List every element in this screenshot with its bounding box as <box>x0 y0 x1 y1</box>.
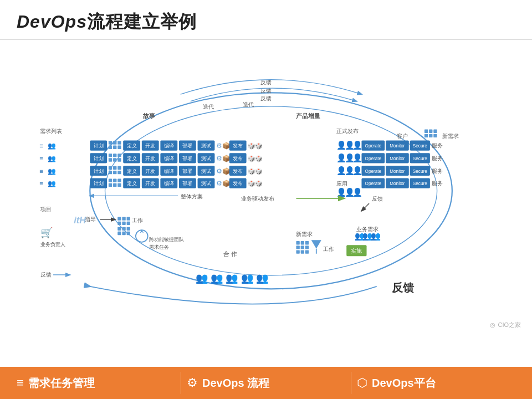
svg-line-168 <box>361 203 369 211</box>
svg-rect-16 <box>109 141 112 144</box>
svg-rect-201 <box>301 245 304 249</box>
svg-text:测试: 测试 <box>201 156 211 161</box>
svg-text:Secure: Secure <box>413 181 427 186</box>
svg-rect-179 <box>127 222 130 225</box>
svg-text:开发: 开发 <box>145 181 155 186</box>
svg-text:测试: 测试 <box>201 168 211 174</box>
svg-text:Operate: Operate <box>365 144 382 149</box>
svg-text:反馈: 反馈 <box>40 272 52 278</box>
footer-section-demand: ≡ 需求任务管理 <box>17 376 175 391</box>
svg-rect-58 <box>109 154 112 157</box>
svg-text:编译: 编译 <box>164 143 174 149</box>
svg-text:👤: 👤 <box>352 187 363 197</box>
svg-text:Secure: Secure <box>413 169 427 174</box>
svg-rect-133 <box>113 183 116 187</box>
svg-text:迭代: 迭代 <box>203 104 214 110</box>
svg-text:👥: 👥 <box>48 155 56 162</box>
svg-text:业务驱动发布: 业务驱动发布 <box>241 196 274 202</box>
svg-text:部署: 部署 <box>182 143 192 149</box>
svg-text:编译: 编译 <box>164 156 174 161</box>
demand-icon: ≡ <box>17 376 24 390</box>
svg-rect-177 <box>117 222 121 225</box>
svg-text:应用: 应用 <box>336 181 347 187</box>
svg-rect-131 <box>113 179 116 182</box>
svg-text:发布: 发布 <box>233 143 243 149</box>
svg-rect-200 <box>296 245 299 249</box>
svg-text:计划: 计划 <box>94 181 104 186</box>
svg-rect-130 <box>109 179 112 182</box>
demand-label: 需求任务管理 <box>28 376 95 391</box>
svg-text:开发: 开发 <box>145 156 155 161</box>
svg-rect-60 <box>109 158 112 161</box>
svg-text:Operate: Operate <box>365 169 382 174</box>
svg-rect-97 <box>113 171 116 174</box>
svg-point-0 <box>90 93 452 289</box>
svg-text:测试: 测试 <box>201 181 211 186</box>
svg-rect-198 <box>301 241 304 244</box>
svg-text:合 作: 合 作 <box>223 250 237 257</box>
svg-text:≡: ≡ <box>40 155 44 162</box>
svg-rect-98 <box>117 166 121 170</box>
svg-text:定义: 定义 <box>127 143 137 149</box>
svg-text:🎲: 🎲 <box>255 167 263 175</box>
svg-rect-135 <box>117 183 121 187</box>
svg-text:Operate: Operate <box>365 181 382 186</box>
title-zh: 流程建立举例 <box>87 12 197 32</box>
svg-text:👥: 👥 <box>211 272 223 284</box>
platform-icon: ⬡ <box>357 376 367 390</box>
svg-rect-44 <box>424 134 428 137</box>
svg-text:测试: 测试 <box>201 143 211 149</box>
svg-text:计划: 计划 <box>94 156 104 161</box>
svg-text:Monitor: Monitor <box>390 156 405 161</box>
header: DevOps流程建立举例 <box>0 0 532 40</box>
svg-text:itH: itH <box>74 215 86 225</box>
svg-text:项目: 项目 <box>40 206 52 212</box>
footer-divider-2 <box>351 372 351 394</box>
svg-text:发布: 发布 <box>233 168 243 174</box>
svg-text:🛒: 🛒 <box>40 227 53 239</box>
svg-rect-174 <box>117 217 121 221</box>
svg-text:服务: 服务 <box>432 142 443 149</box>
svg-rect-18 <box>109 146 112 149</box>
svg-rect-175 <box>122 217 125 221</box>
svg-text:👤: 👤 <box>352 140 363 150</box>
svg-text:Monitor: Monitor <box>390 144 405 149</box>
svg-text:👥: 👥 <box>48 180 56 187</box>
svg-text:开发: 开发 <box>145 143 155 149</box>
svg-text:⚙: ⚙ <box>216 180 222 187</box>
svg-text:指导: 指导 <box>84 216 96 222</box>
svg-text:⚙: ⚙ <box>216 167 222 175</box>
svg-rect-178 <box>122 222 125 225</box>
diagram-svg: 反馈 反馈 反馈 迭代 迭代 <box>0 40 532 367</box>
svg-text:定义: 定义 <box>127 168 137 174</box>
footer-bar: ≡ 需求任务管理 ⚙ DevOps 流程 ⬡ DevOps平台 <box>0 367 532 399</box>
svg-rect-59 <box>113 154 116 157</box>
svg-text:👥: 👥 <box>48 167 56 175</box>
svg-text:反馈: 反馈 <box>391 282 415 294</box>
svg-rect-99 <box>117 171 121 174</box>
svg-text:🎲: 🎲 <box>255 142 263 150</box>
footer-section-platform: ⬡ DevOps平台 <box>357 376 515 391</box>
svg-rect-199 <box>305 241 309 244</box>
svg-text:发布: 发布 <box>233 181 243 186</box>
svg-rect-42 <box>429 130 432 133</box>
svg-point-1 <box>105 106 437 275</box>
svg-text:计划: 计划 <box>94 168 104 174</box>
page-title: DevOps流程建立举例 <box>17 10 515 34</box>
svg-text:正式发布: 正式发布 <box>336 128 359 134</box>
svg-text:整体方案: 整体方案 <box>181 193 203 200</box>
svg-text:部署: 部署 <box>182 156 192 161</box>
platform-label: DevOps平台 <box>372 376 436 391</box>
svg-text:跨功能敏捷团队: 跨功能敏捷团队 <box>149 237 184 242</box>
page: DevOps流程建立举例 反馈 反馈 反馈 迭代 迭代 <box>0 0 532 399</box>
svg-text:服务: 服务 <box>432 155 443 161</box>
svg-rect-203 <box>296 250 299 253</box>
svg-rect-21 <box>117 146 121 149</box>
svg-rect-43 <box>433 130 437 133</box>
svg-rect-181 <box>117 227 121 231</box>
svg-rect-62 <box>117 154 121 157</box>
svg-rect-95 <box>113 166 116 170</box>
svg-text:工作: 工作 <box>323 246 334 252</box>
svg-rect-94 <box>109 166 112 170</box>
svg-text:需求任务: 需求任务 <box>149 244 169 250</box>
